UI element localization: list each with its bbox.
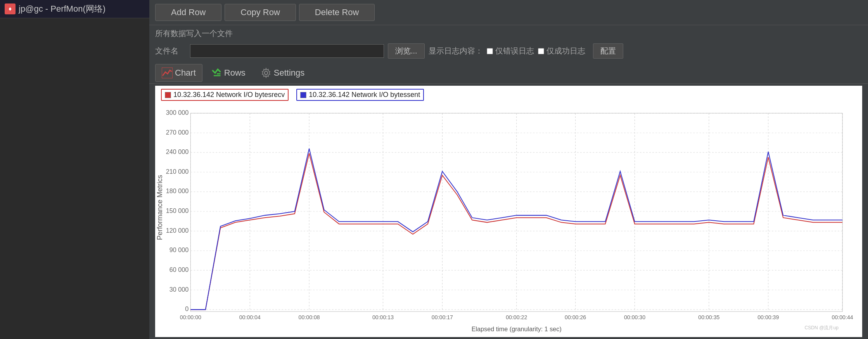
svg-text:Elapsed time (granularity: 1 s: Elapsed time (granularity: 1 sec) (472, 325, 562, 332)
settings-icon (261, 67, 271, 78)
log-display-label: 显示日志内容： (429, 46, 483, 56)
error-log-label: 仅错误日志 (495, 46, 534, 56)
svg-text:00:00:00: 00:00:00 (180, 314, 201, 320)
file-name-label: 文件名 (155, 46, 186, 56)
tab-rows-label: Rows (224, 68, 246, 78)
svg-text:00:00:26: 00:00:26 (565, 314, 586, 320)
tab-chart[interactable]: Chart (155, 64, 202, 82)
legend-item-bytessent: 10.32.36.142 Network I/O bytessent (296, 89, 424, 101)
legend-label-bytessent: 10.32.36.142 Network I/O bytessent (309, 91, 420, 99)
legend-color-bytessent (300, 92, 306, 98)
svg-text:30 000: 30 000 (169, 286, 189, 293)
chart-icon (162, 67, 173, 78)
chart-area: 10.32.36.142 Network I/O bytesrecv 10.32… (155, 86, 862, 337)
svg-text:300 000: 300 000 (166, 109, 189, 116)
file-name-input[interactable] (190, 44, 384, 58)
chart-svg-container: Performance Metrics 0 30 000 (155, 86, 862, 337)
svg-text:120 000: 120 000 (166, 227, 189, 234)
error-log-group: 仅错误日志 (487, 46, 534, 56)
chart-svg: Performance Metrics 0 30 000 (155, 86, 862, 337)
all-data-row: 所有数据写入一个文件 (149, 25, 868, 42)
svg-text:00:00:17: 00:00:17 (432, 314, 453, 320)
svg-text:CSDN @流月up: CSDN @流月up (804, 325, 839, 330)
all-data-label: 所有数据写入一个文件 (155, 28, 233, 39)
svg-text:240 000: 240 000 (166, 148, 189, 155)
svg-text:150 000: 150 000 (166, 207, 189, 214)
sidebar-title-text: jp@gc - PerfMon(网络) (19, 3, 105, 15)
tab-rows[interactable]: Rows (204, 64, 252, 82)
error-log-checkbox[interactable] (487, 48, 493, 54)
svg-text:90 000: 90 000 (169, 246, 189, 253)
svg-text:00:00:39: 00:00:39 (757, 314, 779, 320)
tab-settings-label: Settings (274, 68, 305, 78)
legend-item-bytesrecv: 10.32.36.142 Network I/O bytesrecv (161, 89, 289, 101)
tab-settings[interactable]: Settings (254, 64, 311, 82)
sidebar-title: ♦ jp@gc - PerfMon(网络) (0, 0, 149, 18)
svg-text:00:00:04: 00:00:04 (239, 314, 261, 320)
svg-text:180 000: 180 000 (166, 187, 189, 194)
y-axis-label: Performance Metrics (156, 175, 164, 240)
copy-row-button[interactable]: Copy Row (225, 4, 296, 21)
legend-color-bytesrecv (165, 92, 171, 98)
svg-text:00:00:30: 00:00:30 (624, 314, 645, 320)
main-content: Add Row Copy Row Delete Row 所有数据写入一个文件 文… (149, 0, 868, 339)
config-button[interactable]: 配置 (593, 43, 623, 59)
file-name-row: 文件名 浏览... 显示日志内容： 仅错误日志 仅成功日志 配置 (149, 42, 868, 62)
svg-text:0: 0 (185, 305, 188, 312)
success-log-checkbox[interactable] (538, 48, 544, 54)
svg-text:00:00:08: 00:00:08 (299, 314, 320, 320)
svg-text:270 000: 270 000 (166, 129, 189, 136)
app-icon: ♦ (5, 3, 16, 14)
success-log-group: 仅成功日志 (538, 46, 585, 56)
svg-point-2 (265, 71, 268, 74)
legend-label-bytesrecv: 10.32.36.142 Network I/O bytesrecv (173, 91, 285, 99)
toolbar-row: Add Row Copy Row Delete Row (149, 0, 868, 25)
sidebar: ♦ jp@gc - PerfMon(网络) (0, 0, 149, 339)
delete-row-button[interactable]: Delete Row (299, 4, 375, 21)
svg-text:210 000: 210 000 (166, 168, 189, 175)
svg-text:60 000: 60 000 (169, 266, 189, 273)
svg-text:00:00:13: 00:00:13 (372, 314, 394, 320)
svg-text:00:00:35: 00:00:35 (698, 314, 719, 320)
tabs-row: Chart Rows Settings (149, 62, 868, 84)
svg-text:00:00:22: 00:00:22 (506, 314, 527, 320)
browse-button[interactable]: 浏览... (388, 43, 425, 59)
svg-text:00:00:44: 00:00:44 (832, 314, 853, 320)
rows-icon (211, 67, 222, 78)
tab-chart-label: Chart (175, 68, 196, 78)
success-log-label: 仅成功日志 (546, 46, 585, 56)
chart-legend: 10.32.36.142 Network I/O bytesrecv 10.32… (155, 86, 862, 104)
add-row-button[interactable]: Add Row (155, 4, 221, 21)
